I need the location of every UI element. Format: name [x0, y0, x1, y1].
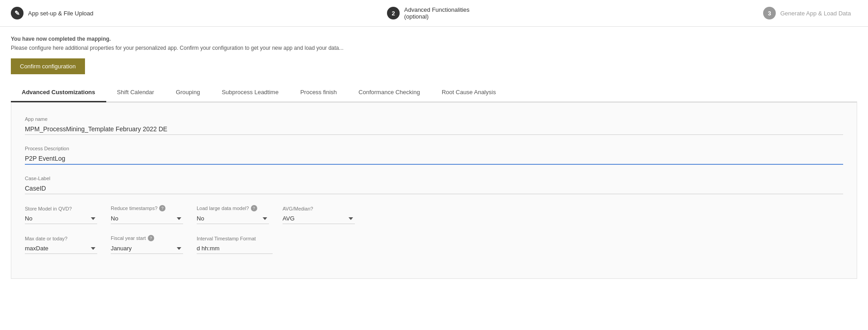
load-large-select[interactable]: No Yes — [197, 213, 269, 224]
process-description-input[interactable] — [25, 153, 843, 165]
max-date-group: Max date or today? maxDate today — [25, 236, 97, 254]
interval-format-input[interactable] — [197, 243, 273, 254]
tab-root-cause-analysis[interactable]: Root Cause Analysis — [431, 83, 507, 102]
avg-median-label: AVG/Median? — [283, 206, 355, 211]
max-date-select[interactable]: maxDate today — [25, 243, 97, 254]
process-description-group: Process Description — [25, 146, 843, 165]
tab-process-finish[interactable]: Process finish — [289, 83, 348, 102]
step-1[interactable]: ✎ App set-up & File Upload — [11, 7, 105, 19]
app-name-input[interactable] — [25, 124, 843, 135]
step-3[interactable]: 3 Generate App & Load Data — [763, 7, 857, 19]
fiscal-year-label: Fiscal year start ? — [111, 235, 183, 241]
avg-median-select[interactable]: AVG Median — [283, 213, 355, 224]
interval-format-label: Interval Timestamp Format — [197, 236, 273, 241]
load-large-group: Load large data model? ? No Yes — [197, 205, 269, 224]
case-label-label: Case-Label — [25, 176, 843, 181]
dropdowns-row-1: Store Model in QVD? No Yes Reduce timest… — [25, 205, 843, 224]
tab-advanced-customizations[interactable]: Advanced Customizations — [11, 83, 106, 102]
reduce-timestamps-select[interactable]: No Yes — [111, 213, 183, 224]
fiscal-year-group: Fiscal year start ? January February Mar… — [111, 235, 183, 254]
info-line-2: Please configure here additional propert… — [11, 45, 857, 51]
load-large-info-icon: ? — [251, 205, 257, 211]
step-1-label: App set-up & File Upload — [28, 10, 94, 17]
max-date-label: Max date or today? — [25, 236, 97, 241]
tab-conformance-checking[interactable]: Conformance Checking — [348, 83, 431, 102]
info-line-1: You have now completed the mapping. — [11, 36, 857, 42]
dropdowns-row-2: Max date or today? maxDate today Fiscal … — [25, 235, 843, 254]
load-large-label: Load large data model? ? — [197, 205, 269, 211]
reduce-timestamps-label: Reduce timestamps? ? — [111, 205, 183, 211]
tab-bar: Advanced Customizations Shift Calendar G… — [11, 83, 857, 102]
confirm-configuration-button[interactable]: Confirm configuration — [11, 58, 85, 74]
app-name-label: App name — [25, 116, 843, 122]
fiscal-year-info-icon: ? — [148, 235, 154, 241]
fiscal-year-select[interactable]: January February March April May June Ju… — [111, 243, 183, 254]
store-model-select[interactable]: No Yes — [25, 213, 97, 224]
main-content: You have now completed the mapping. Plea… — [0, 27, 868, 288]
reduce-timestamps-info-icon: ? — [159, 205, 165, 211]
tab-grouping[interactable]: Grouping — [165, 83, 211, 102]
store-model-label: Store Model in QVD? — [25, 206, 97, 211]
stepper: ✎ App set-up & File Upload 2 Advanced Fu… — [0, 0, 868, 27]
tab-panel-advanced: App name Process Description Case-Label … — [11, 102, 857, 279]
step-2-label: Advanced Functionalities (optional) — [404, 6, 481, 20]
avg-median-group: AVG/Median? AVG Median — [283, 206, 355, 224]
store-model-group: Store Model in QVD? No Yes — [25, 206, 97, 224]
tab-subprocess-leadtime[interactable]: Subprocess Leadtime — [211, 83, 289, 102]
step-3-label: Generate App & Load Data — [780, 10, 851, 17]
step-3-circle: 3 — [763, 7, 776, 19]
process-description-label: Process Description — [25, 146, 843, 151]
interval-format-group: Interval Timestamp Format — [197, 236, 273, 254]
tab-shift-calendar[interactable]: Shift Calendar — [106, 83, 165, 102]
step-2-circle: 2 — [387, 7, 400, 19]
step-1-circle: ✎ — [11, 7, 24, 19]
case-label-input[interactable] — [25, 183, 843, 194]
reduce-timestamps-group: Reduce timestamps? ? No Yes — [111, 205, 183, 224]
case-label-group: Case-Label — [25, 176, 843, 194]
step-2[interactable]: 2 Advanced Functionalities (optional) — [387, 6, 481, 20]
app-name-group: App name — [25, 116, 843, 135]
